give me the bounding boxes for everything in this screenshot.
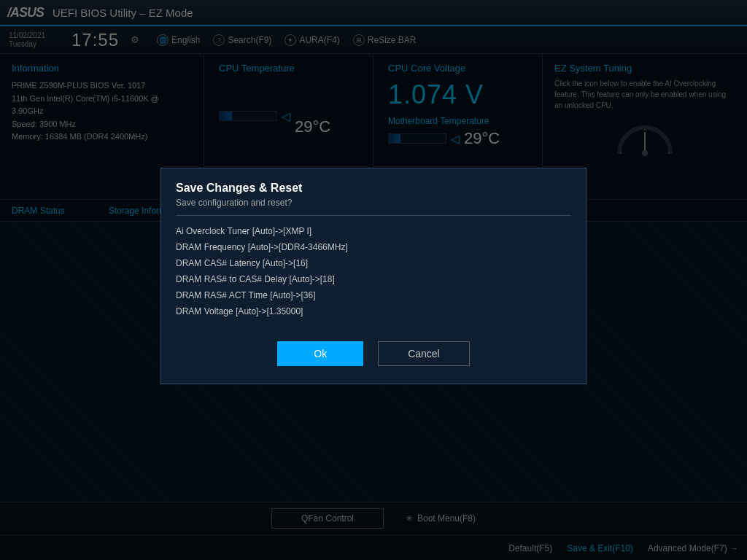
dialog-title: Save Changes & Reset [161, 168, 586, 198]
list-item: DRAM RAS# ACT Time [Auto]->[36] [176, 289, 571, 302]
ok-button[interactable]: Ok [277, 341, 363, 366]
save-dialog: Save Changes & Reset Save configuration … [160, 168, 587, 384]
list-item: DRAM CAS# Latency [Auto]->[16] [176, 257, 571, 270]
dialog-changes-list: Ai Overclock Tuner [Auto]->[XMP I] DRAM … [161, 216, 586, 327]
list-item: DRAM Voltage [Auto]->[1.35000] [176, 305, 571, 318]
list-item: DRAM RAS# to CAS# Delay [Auto]->[18] [176, 273, 571, 286]
list-item: DRAM Frequency [Auto]->[DDR4-3466MHz] [176, 241, 571, 254]
list-item: Ai Overclock Tuner [Auto]->[XMP I] [176, 225, 571, 238]
dialog-buttons: Ok Cancel [161, 327, 586, 384]
dialog-subtitle: Save configuration and reset? [161, 198, 586, 215]
cancel-button[interactable]: Cancel [378, 341, 470, 366]
